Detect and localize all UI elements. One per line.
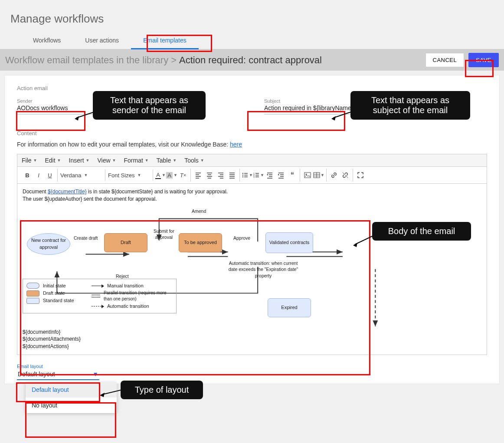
menu-file[interactable]: File▼ [22, 157, 37, 164]
bold-icon[interactable]: B [22, 169, 33, 181]
svg-text:3: 3 [253, 176, 255, 178]
menu-insert[interactable]: Insert▼ [69, 157, 90, 164]
callout-subject: Text that appears as subject of the emai… [350, 91, 470, 120]
svg-point-2 [242, 176, 243, 177]
clear-format-icon[interactable]: T× [177, 169, 189, 181]
menu-view[interactable]: View▼ [97, 157, 116, 164]
font-size-select[interactable]: Font Sizes▼ [105, 169, 153, 181]
email-layout-select[interactable]: Default layout ▼ [17, 369, 99, 380]
section-label: Action email [17, 85, 487, 91]
pointer-sender [74, 110, 95, 121]
help-link[interactable]: here [230, 141, 242, 148]
svg-point-1 [242, 175, 243, 176]
content-label: Content [17, 130, 487, 137]
table-icon[interactable]: ▼ [313, 169, 324, 181]
svg-point-7 [306, 174, 307, 175]
node-new-contract: New contract for approval [27, 233, 70, 255]
subheader: Workflow email templates in the library … [0, 49, 504, 71]
doc-title-token[interactable]: ${documentTitle} [48, 189, 87, 195]
diagram-legend: Initial state Draft state Standard state… [23, 279, 177, 314]
menu-format[interactable]: Format▼ [124, 157, 148, 164]
editor-toolbar: B I U Verdana▼ Font Sizes▼ A▼ A▼ T× [17, 167, 487, 184]
node-expired: Expired [268, 298, 311, 317]
body-var-3: ${documentActions} [23, 343, 481, 350]
align-left-icon[interactable] [193, 169, 204, 181]
editor-body[interactable]: Document ${documentTitle} is in state ${… [17, 184, 487, 355]
callout-body: Body of the email [372, 222, 471, 241]
body-var-1: ${documentInfo} [23, 329, 481, 336]
tab-user-actions[interactable]: User actions [73, 32, 131, 49]
callout-layout: Type of layout [121, 381, 203, 399]
email-layout-label: Email layout [17, 364, 99, 369]
pointer-layout [99, 388, 121, 397]
italic-icon[interactable]: I [33, 169, 44, 181]
body-var-2: ${documentAttachments} [23, 336, 481, 343]
svg-point-0 [242, 173, 243, 174]
node-draft: Draft [104, 233, 147, 252]
edge-approve: Approve [233, 235, 250, 241]
tab-workflows[interactable]: Workflows [21, 32, 73, 49]
svg-line-17 [355, 236, 373, 244]
font-family-select[interactable]: Verdana▼ [58, 169, 105, 181]
menu-table[interactable]: Table▼ [157, 157, 177, 164]
auto-transition-text: Automatic transition: when current date … [226, 260, 300, 279]
editor-menubar: File▼ Edit▼ Insert▼ View▼ Format▼ Table▼… [17, 154, 487, 167]
node-validated: Validated contracts [265, 232, 313, 253]
highlight-color-icon[interactable]: A▼ [166, 169, 177, 181]
svg-line-15 [76, 112, 95, 118]
align-justify-icon[interactable] [226, 169, 238, 181]
breadcrumb: Workflow email templates in the library … [5, 55, 421, 66]
node-to-be-approved: To be approved [179, 233, 222, 252]
number-list-icon[interactable]: 123▼ [253, 169, 264, 181]
subject-label: Subject [264, 98, 364, 104]
edge-submit: Submit for approval [151, 228, 177, 241]
menu-tools[interactable]: Tools▼ [184, 157, 204, 164]
tabs: Workflows User actions Email templates [0, 32, 504, 49]
breadcrumb-root[interactable]: Workflow email templates in the library [5, 55, 168, 66]
breadcrumb-sep: > [171, 55, 177, 66]
svg-line-16 [333, 112, 351, 118]
outdent-icon[interactable] [264, 169, 275, 181]
save-button[interactable]: SAVE [468, 53, 499, 67]
help-line: For information on how to edit your emai… [17, 141, 487, 148]
pointer-body [352, 235, 374, 247]
body-line-1: Document ${documentTitle} is in state ${… [23, 188, 481, 195]
blockquote-icon[interactable]: “ [287, 169, 298, 181]
editor: File▼ Edit▼ Insert▼ View▼ Format▼ Table▼… [17, 154, 487, 355]
edge-amend: Amend [192, 208, 206, 215]
edge-create-draft: Create draft [74, 235, 98, 241]
svg-rect-6 [304, 173, 311, 178]
align-center-icon[interactable] [204, 169, 215, 181]
help-text: For information on how to edit your emai… [17, 141, 230, 148]
body-line-2: The user ${updateAuthor} sent the docume… [23, 195, 481, 203]
unlink-icon[interactable] [340, 169, 351, 181]
underline-icon[interactable]: U [44, 169, 56, 181]
page-title: Manage workflows [0, 0, 504, 32]
app-root: Manage workflows Workflows User actions … [0, 0, 504, 443]
image-icon[interactable] [302, 169, 313, 181]
text-color-icon[interactable]: A▼ [155, 169, 166, 181]
svg-line-18 [102, 390, 121, 394]
bullet-list-icon[interactable]: ▼ [242, 169, 253, 181]
fullscreen-icon[interactable] [355, 169, 366, 181]
breadcrumb-current: Action required: contract approval [179, 55, 322, 66]
cancel-button[interactable]: CANCEL [425, 53, 465, 67]
link-icon[interactable] [328, 169, 340, 181]
pointer-subject [331, 110, 352, 121]
tab-email-templates[interactable]: Email templates [131, 32, 199, 49]
layout-option-none[interactable]: No layout [26, 397, 117, 413]
email-layout-value: Default layout [18, 371, 55, 378]
email-layout-field: Email layout Default layout ▼ Default la… [17, 364, 99, 380]
content-section: Content For information on how to edit y… [17, 130, 487, 380]
callout-sender: Text that appears as sender of the email [93, 91, 206, 120]
email-layout-dropdown: Default layout No layout [26, 382, 117, 413]
indent-icon[interactable] [275, 169, 287, 181]
align-right-icon[interactable] [215, 169, 226, 181]
menu-edit[interactable]: Edit▼ [45, 157, 61, 164]
chevron-down-icon: ▼ [92, 371, 98, 378]
